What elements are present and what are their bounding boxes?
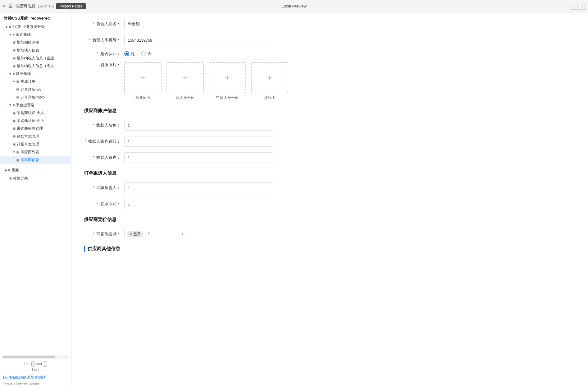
- sidebar-item-buyer-auth-enterprise[interactable]: ▣ 采购商认证-企业: [0, 117, 71, 125]
- certified-no-option[interactable]: 否: [141, 51, 152, 57]
- responsible-person-label: * 负责人姓名：: [84, 21, 124, 27]
- radio-no-circle: [141, 51, 146, 56]
- other-section-title: 供应商其他信息: [88, 246, 120, 252]
- section-bar: [84, 246, 85, 252]
- sidebar-item-payment-mgmt[interactable]: ▣ 付款方式管理: [0, 133, 71, 141]
- upload-box-applicant-id[interactable]: +: [209, 62, 246, 93]
- required-marker: *: [93, 232, 94, 236]
- toggle-icon: ▼: [9, 71, 12, 76]
- sidebar-item-supplier-list[interactable]: ▼ ▣ 供应商列表: [0, 148, 71, 156]
- sidebar-item-buyer-tag-mgmt[interactable]: ▣ 采购商标签管理: [0, 125, 71, 132]
- sidebar-item-label: 标签分类: [13, 175, 28, 181]
- sidebar-item-label: 增加纳税人信息（企业: [17, 55, 54, 61]
- upload-label-biz-license: 营业执照: [135, 95, 150, 100]
- main-container: 对接CSS系统_recovered ▼ ■ 1.0版-业务系统升级 ▼ ■ 采购…: [0, 12, 588, 387]
- upload-biz-license: + 营业执照: [124, 62, 162, 100]
- sidebar-item-add-legal[interactable]: ▣ 增加法人信息: [0, 47, 71, 54]
- certified-label: * 是否认证：: [84, 51, 124, 57]
- sidebar-item-order-detail-mob[interactable]: ▣ 订单详情-mo'b: [0, 94, 71, 101]
- payee-name-input[interactable]: [124, 120, 273, 131]
- upload-box-auth-letter[interactable]: +: [251, 62, 288, 93]
- toggle-icon: ▶: [5, 168, 7, 173]
- payee-bank-input[interactable]: [124, 136, 273, 147]
- responsible-person-input[interactable]: [124, 19, 273, 29]
- sidebar-item-v1[interactable]: ▼ ■ 1.0版-业务系统升级: [0, 23, 71, 31]
- sidebar-item-label: 供应商信息: [21, 157, 39, 163]
- sidebar-item-add-tax-personal[interactable]: ▣ 增加纳税人信息（个人: [0, 62, 71, 70]
- upload-legal-id: + 法人身份证: [166, 62, 204, 100]
- order-person-row: * 订单负责人：: [84, 182, 576, 193]
- nav-forward-button[interactable]: ›: [579, 3, 586, 10]
- scrollbar-thumb: [2, 356, 55, 358]
- account-section-title: 供应商账户信息: [84, 108, 576, 115]
- sidebar-scrollbar[interactable]: [2, 355, 69, 359]
- sidebar-item-deprecated[interactable]: ▶ ■ 废弃: [0, 166, 71, 174]
- page-icon: ▣: [16, 87, 19, 92]
- page-icon: ▣: [12, 56, 16, 61]
- bidding-area-select[interactable]: 昌平 + 9 ▾: [124, 229, 186, 239]
- responsible-person-row: * 负责人姓名：: [84, 19, 576, 29]
- sidebar-item-platform-ops[interactable]: ▼ ■ 平台运营端: [0, 101, 71, 109]
- required-marker: *: [97, 201, 98, 206]
- page-icon: ▣: [16, 150, 19, 155]
- upload-box-biz-license[interactable]: +: [124, 62, 162, 93]
- upload-box-legal-id[interactable]: +: [166, 62, 204, 93]
- folder-icon: ■: [9, 24, 11, 30]
- page-icon: ▣: [12, 63, 16, 69]
- sidebar-item-label: 生成订单: [21, 79, 35, 85]
- phone-row: * 负责人手机号：: [84, 35, 576, 45]
- chevron-down-icon: ▾: [182, 232, 184, 236]
- project-title: 对接CSS系统_recovered: [0, 12, 71, 23]
- folder-icon: ■: [12, 102, 15, 108]
- sidebar-item-label: 供应商列表: [21, 149, 39, 155]
- sidebar-item-supplier[interactable]: ▼ ■ 供应商端: [0, 70, 71, 78]
- sidebar-item-label: 采购商标签管理: [17, 126, 43, 131]
- sidebar-item-label: 废弃: [11, 167, 19, 173]
- key-prev-icon: 〈: [31, 361, 35, 367]
- sidebar-item-label: 采购商端: [16, 32, 31, 38]
- payee-name-label: * 收款人名称：: [84, 122, 124, 128]
- close-icon[interactable]: ✕: [2, 4, 6, 9]
- payee-bank-row: * 收款人账户银行：: [84, 136, 576, 147]
- sidebar-item-label: 平台运营端: [16, 102, 34, 108]
- bidding-area-row: * 可竞价区域： 昌平 + 9 ▾: [84, 229, 576, 239]
- page-icon: ▣: [12, 126, 16, 131]
- sidebar-item-label: 付款方式管理: [17, 134, 39, 140]
- sidebar-item-label: 订单详情-mo'b: [21, 94, 45, 100]
- sidebar-item-order-detail-pc[interactable]: ▣ 订单详情-p'c: [0, 86, 71, 94]
- toggle-icon: ▼: [9, 103, 12, 108]
- folder-icon: ■: [12, 32, 15, 38]
- sidebar-item-supplier-info[interactable]: ▣ 供应商信息: [0, 156, 71, 164]
- payee-account-input[interactable]: [124, 152, 273, 163]
- axurehub-link[interactable]: axurehub.com 原型资源站: [0, 374, 71, 381]
- toggle-icon: ▼: [12, 79, 16, 84]
- tag-dot: [130, 233, 132, 235]
- image-uploads: + 营业执照 + 法人身份证 + 申请人身份证 + 授权函: [124, 62, 288, 100]
- sidebar-item-unit-mgmt[interactable]: ▣ 计量单位管理: [0, 141, 71, 148]
- page-icon: ▣: [12, 118, 16, 124]
- sidebar-item-gen-order[interactable]: ▼ ▣ 生成订单: [0, 78, 71, 85]
- bidding-area-label: * 可竞价区域：: [84, 231, 124, 237]
- content-area: * 负责人姓名： * 负责人手机号： * 是否认证： 是: [71, 12, 588, 387]
- phone-input[interactable]: [124, 35, 273, 45]
- payee-account-label: * 收款人账户：: [84, 155, 124, 160]
- bidding-section-title: 供应商竞价信息: [84, 217, 576, 224]
- project-pages-button[interactable]: Project Pages: [56, 3, 86, 9]
- contact-input[interactable]: [124, 199, 273, 209]
- toggle-icon: ▼: [9, 32, 12, 37]
- page-icon: ▣: [16, 94, 19, 100]
- sidebar-item-buyer-auth-personal[interactable]: ▣ 采购商认证-个人: [0, 109, 71, 117]
- certified-yes-option[interactable]: 是: [124, 51, 135, 57]
- toggle-icon: ▼: [12, 150, 16, 155]
- sidebar-item-tag-classification[interactable]: ▣ 标签分类: [0, 174, 71, 182]
- order-person-input[interactable]: [124, 182, 273, 193]
- payee-account-row: * 收款人账户：: [84, 152, 576, 163]
- sidebar-item-add-tax-enterprise[interactable]: ▣ 增加纳税人信息（企业: [0, 54, 71, 62]
- nav-back-button[interactable]: ‹: [571, 3, 577, 10]
- menu-icon[interactable]: ☰: [9, 4, 13, 9]
- payee-bank-label: * 收款人账户银行：: [84, 139, 124, 144]
- sidebar-item-add-township[interactable]: ▣ 增加四级乡镇: [0, 39, 71, 46]
- page-icon: ▣: [12, 40, 16, 45]
- photo-label: 资质照片：: [84, 62, 124, 68]
- sidebar-item-procurement[interactable]: ▼ ■ 采购商端: [0, 31, 71, 39]
